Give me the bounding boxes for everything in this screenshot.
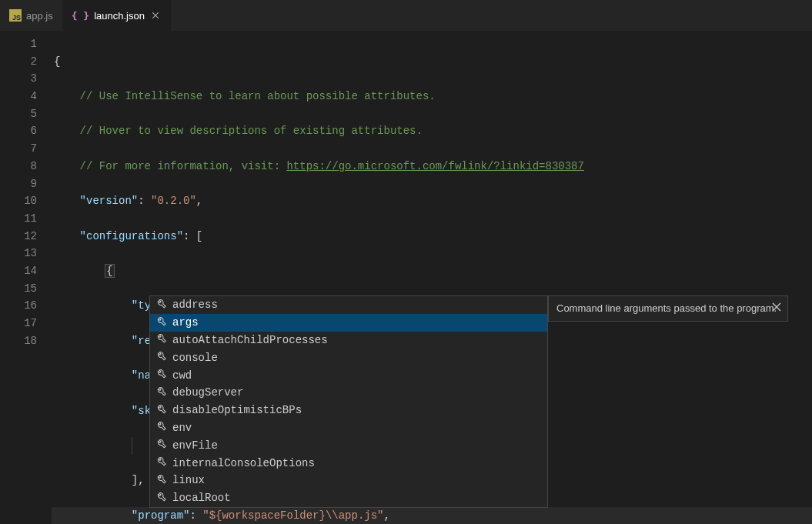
wrench-icon (155, 457, 166, 469)
suggestion-item[interactable]: autoAttachChildProcesses (150, 332, 547, 349)
tab-app-js[interactable]: JS app.js (0, 0, 62, 31)
suggestion-label: envFile (172, 439, 218, 452)
wrench-icon (155, 299, 166, 311)
tab-label: app.js (26, 10, 53, 22)
line-number: 16 (0, 297, 37, 315)
bracket: ], (132, 474, 145, 486)
suggestion-label: debugServer (172, 386, 243, 399)
comment: // Hover to view descriptions of existin… (80, 125, 423, 137)
line-number: 14 (0, 262, 37, 280)
suggestion-item[interactable]: linux (150, 472, 547, 489)
line-number: 17 (0, 315, 37, 332)
suggestion-label: autoAttachChildProcesses (172, 334, 328, 346)
comment-url[interactable]: https://go.microsoft.com/fwlink/?linkid=… (286, 160, 583, 172)
suggestion-item[interactable]: internalConsoleOptions (150, 454, 547, 472)
json-string: "${workspaceFolder}\\app.js" (202, 509, 383, 522)
suggestion-item[interactable]: debugServer (150, 384, 547, 402)
comment: // For more information, visit: (80, 160, 287, 172)
suggestion-item[interactable]: localRoot (150, 489, 547, 507)
line-number: 18 (0, 332, 37, 350)
brace-match: { (105, 264, 114, 278)
json-key: "configurations" (80, 230, 183, 242)
line-gutter: 1 2 3 4 5 6 7 8 9 10 11 12 13 14 15 16 1… (0, 31, 54, 524)
suggestion-item[interactable]: cwd (150, 366, 547, 384)
suggestion-popup[interactable]: addressargsautoAttachChildProcessesconso… (149, 295, 548, 508)
wrench-icon (155, 387, 166, 399)
wrench-icon (155, 352, 166, 363)
wrench-icon (155, 317, 166, 329)
line-number: 6 (0, 122, 37, 140)
wrench-icon (155, 369, 166, 381)
suggestion-doc-text: Command line arguments passed to the pro… (556, 302, 777, 314)
line-number: 11 (0, 210, 37, 228)
json-icon: { } (72, 10, 89, 22)
close-icon[interactable] (770, 301, 783, 313)
wrench-icon (155, 492, 166, 504)
line-number: 8 (0, 158, 37, 175)
tab-launch-json[interactable]: { } launch.json (62, 0, 171, 31)
json-key: "program" (132, 509, 190, 522)
wrench-icon (155, 422, 166, 433)
wrench-icon (155, 475, 166, 486)
line-number: 10 (0, 192, 37, 210)
suggestion-item[interactable]: envFile (150, 436, 547, 454)
line-number: 9 (0, 175, 37, 193)
json-key: "version" (80, 195, 139, 207)
comment: // Use IntelliSense to learn about possi… (80, 90, 436, 102)
tab-bar: JS app.js { } launch.json (0, 0, 812, 31)
suggestion-label: cwd (172, 369, 192, 382)
line-number: 1 (0, 35, 37, 53)
close-icon[interactable] (149, 9, 162, 22)
suggestion-label: env (172, 422, 192, 434)
suggestion-label: localRoot (172, 492, 231, 504)
wrench-icon (155, 405, 166, 416)
suggestion-label: disableOptimisticBPs (172, 404, 302, 416)
line-number: 4 (0, 88, 37, 105)
wrench-icon (155, 334, 166, 345)
wrench-icon (155, 439, 166, 451)
tab-label: launch.json (94, 10, 145, 22)
suggestion-label: args (172, 316, 199, 329)
line-number: 7 (0, 140, 37, 158)
suggestion-label: internalConsoleOptions (172, 457, 315, 469)
line-number: 5 (0, 105, 37, 123)
suggestion-doc: Command line arguments passed to the pro… (548, 295, 788, 322)
suggestion-label: linux (172, 474, 205, 486)
brace: { (54, 55, 60, 68)
suggestion-item[interactable]: args (150, 314, 547, 332)
line-number: 2 (0, 53, 37, 71)
json-string: "0.2.0" (151, 195, 196, 207)
suggestion-item[interactable]: disableOptimisticBPs (150, 402, 547, 419)
suggestion-item[interactable]: console (150, 349, 547, 366)
line-number: 13 (0, 245, 37, 262)
line-number: 12 (0, 228, 37, 245)
line-number: 3 (0, 70, 37, 88)
suggestion-label: console (172, 352, 218, 364)
line-number: 15 (0, 280, 37, 298)
suggestion-item[interactable]: env (150, 419, 547, 437)
suggestion-label: address (172, 299, 218, 311)
suggestion-item[interactable]: address (150, 296, 547, 314)
js-icon: JS (9, 9, 22, 22)
